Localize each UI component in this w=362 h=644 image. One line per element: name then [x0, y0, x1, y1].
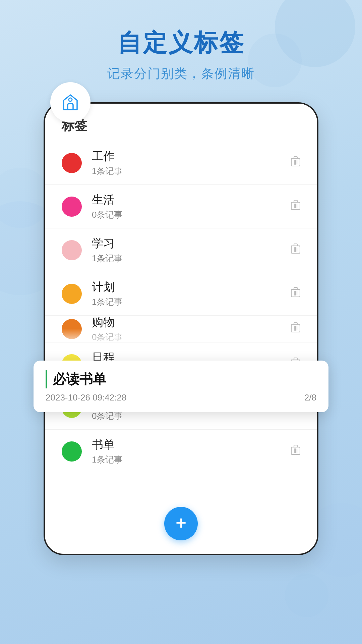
tag-delete-button[interactable] — [291, 156, 300, 169]
page-subtitle: 记录分门别类，条例清晰 — [0, 65, 362, 82]
phone-frame: 标签 工作 1条记事 — [44, 102, 318, 555]
tag-name: 购物 — [92, 316, 291, 330]
tag-item[interactable]: 学习 1条记事 — [45, 228, 317, 272]
tag-info: 学习 1条记事 — [92, 236, 291, 264]
tag-color-dot — [62, 284, 82, 304]
tag-icon — [60, 92, 80, 112]
page-title: 自定义标签 — [0, 0, 362, 59]
tag-color-dot — [62, 153, 82, 173]
tag-info: 工作 1条记事 — [92, 149, 291, 177]
tag-name: 工作 — [92, 149, 291, 164]
svg-point-0 — [69, 98, 72, 101]
tag-count: 1条记事 — [92, 454, 291, 466]
tag-item[interactable]: 书单 1条记事 — [45, 430, 317, 473]
floating-card-title: 必读书单 — [46, 370, 316, 388]
tag-color-dot — [62, 441, 82, 462]
tag-item[interactable]: 计划 1条记事 — [45, 272, 317, 316]
floating-card-meta: 2023-10-26 09:42:28 2/8 — [46, 392, 316, 403]
tag-count: 1条记事 — [92, 296, 291, 308]
phone-inner: 标签 工作 1条记事 — [45, 104, 317, 527]
add-icon: + — [176, 514, 187, 532]
trash-icon — [291, 244, 300, 254]
phone-frame-wrapper: 标签 工作 1条记事 — [44, 102, 318, 555]
tag-name: 学习 — [92, 236, 291, 251]
tag-icon-circle — [50, 82, 90, 122]
trash-icon — [291, 200, 300, 211]
tag-info: 书单 1条记事 — [92, 437, 291, 466]
floating-card-date: 2023-10-26 09:42:28 — [46, 392, 126, 403]
tag-count: 1条记事 — [92, 253, 291, 264]
trash-icon — [291, 287, 300, 298]
tag-name: 生活 — [92, 192, 291, 208]
tag-info: 计划 1条记事 — [92, 279, 291, 308]
tag-item[interactable]: 工作 1条记事 — [45, 141, 317, 185]
tag-item[interactable]: 生活 0条记事 — [45, 185, 317, 228]
tag-color-dot — [62, 197, 82, 217]
tag-name: 书单 — [92, 437, 291, 452]
partial-overlay — [45, 329, 317, 342]
floating-card: 必读书单 2023-10-26 09:42:28 2/8 — [34, 361, 328, 412]
tag-count: 0条记事 — [92, 209, 291, 221]
tag-count: 1条记事 — [92, 165, 291, 177]
trash-icon — [291, 156, 300, 167]
floating-card-page: 2/8 — [304, 392, 316, 403]
tag-name: 计划 — [92, 279, 291, 295]
tag-delete-button[interactable] — [291, 200, 300, 213]
tag-delete-button[interactable] — [291, 445, 300, 458]
add-button[interactable]: + — [164, 507, 198, 540]
tag-item[interactable]: 购物 0条记事 — [45, 316, 317, 342]
tag-delete-button[interactable] — [291, 287, 300, 300]
trash-icon — [291, 445, 300, 455]
tags-list: 工作 1条记事 生活 0条记事 — [45, 141, 317, 473]
tag-delete-button[interactable] — [291, 244, 300, 257]
tag-info: 生活 0条记事 — [92, 192, 291, 221]
tag-color-dot — [62, 240, 82, 260]
